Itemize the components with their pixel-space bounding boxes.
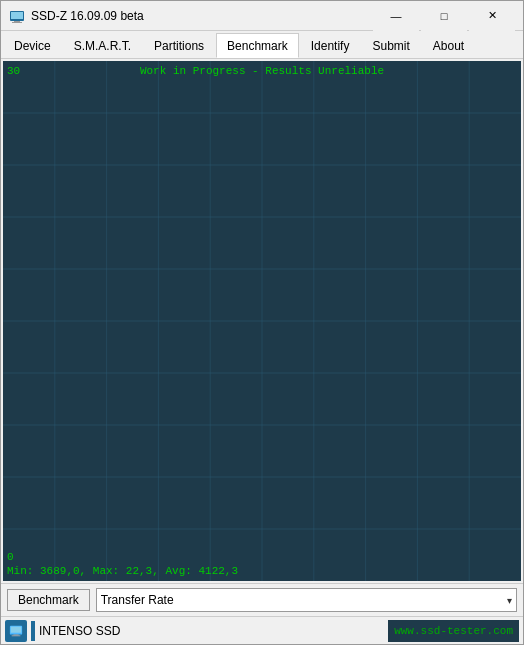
main-window: SSD-Z 16.09.09 beta — □ ✕ Device S.M.A.R… [0,0,524,645]
svg-rect-25 [13,634,18,635]
chart-type-dropdown[interactable]: Transfer Rate IOPS Access Time ▾ [96,588,517,612]
chart-stats: Min: 3689,0, Max: 22,3, Avg: 4122,3 [7,565,238,577]
svg-rect-2 [14,21,20,22]
tab-benchmark[interactable]: Benchmark [216,33,299,58]
chart-type-select[interactable]: Transfer Rate IOPS Access Time [101,589,512,611]
tab-smart[interactable]: S.M.A.R.T. [63,33,142,58]
tab-partitions[interactable]: Partitions [143,33,215,58]
tab-identify[interactable]: Identify [300,33,361,58]
benchmark-button[interactable]: Benchmark [7,589,90,611]
window-controls: — □ ✕ [373,1,515,31]
tab-submit[interactable]: Submit [361,33,420,58]
bottom-controls: Benchmark Transfer Rate IOPS Access Time… [1,583,523,616]
status-bar: INTENSO SSD www.ssd-tester.com [1,616,523,644]
svg-rect-24 [11,626,22,632]
website-label: www.ssd-tester.com [388,620,519,642]
svg-rect-26 [12,635,21,636]
benchmark-chart: 30 Work in Progress - Results Unreliable… [3,61,521,581]
window-title: SSD-Z 16.09.09 beta [31,9,373,23]
chart-title: Work in Progress - Results Unreliable [140,65,384,77]
drive-name: INTENSO SSD [39,624,388,638]
chart-grid [3,61,521,581]
tab-bar: Device S.M.A.R.T. Partitions Benchmark I… [1,31,523,59]
tab-device[interactable]: Device [3,33,62,58]
minimize-button[interactable]: — [373,1,419,31]
chart-y-min: 0 [7,551,14,563]
app-icon [9,8,25,24]
maximize-button[interactable]: □ [421,1,467,31]
chart-y-max: 30 [7,65,20,77]
close-button[interactable]: ✕ [469,1,515,31]
svg-rect-1 [11,12,23,19]
title-bar: SSD-Z 16.09.09 beta — □ ✕ [1,1,523,31]
drive-color-indicator [31,621,35,641]
svg-rect-3 [12,22,22,23]
tab-about[interactable]: About [422,33,475,58]
status-app-icon [5,620,27,642]
